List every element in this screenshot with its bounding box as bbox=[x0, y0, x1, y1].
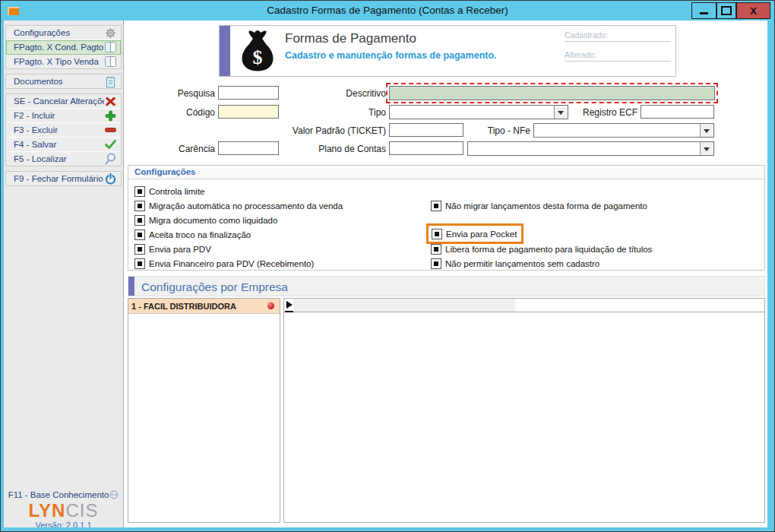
grid-header-row bbox=[284, 299, 764, 312]
company-settings-grid bbox=[283, 298, 765, 523]
document-icon bbox=[104, 76, 117, 87]
codigo-label: Código bbox=[147, 106, 215, 119]
sidebar-item-localizar[interactable]: F5 - Localizar bbox=[6, 152, 121, 166]
valor-padrao-input[interactable] bbox=[389, 123, 463, 137]
codigo-input[interactable] bbox=[218, 105, 279, 119]
checkbox-icon[interactable] bbox=[432, 229, 442, 239]
checkbox-icon[interactable] bbox=[134, 201, 145, 211]
minimize-icon bbox=[700, 12, 708, 14]
gear-icon bbox=[104, 27, 117, 39]
company-name: 1 - FACIL DISTRIBUIDORA bbox=[128, 302, 267, 311]
section-accent-bar bbox=[128, 277, 134, 296]
pesquisa-input[interactable] bbox=[218, 86, 279, 100]
settings-groupbox: Configurações Controla limite Migração a… bbox=[128, 165, 765, 271]
sidebar-group-fechar: F9 - Fechar Formulário bbox=[5, 171, 122, 186]
title-bar: Cadastro Formas de Pagamento (Contas a R… bbox=[1, 1, 774, 21]
chevron-down-icon[interactable] bbox=[700, 124, 713, 137]
page-title: Formas de Pagamento bbox=[285, 31, 416, 46]
plano-contas-label: Plano de Contas bbox=[306, 142, 386, 156]
checkbox-icon[interactable] bbox=[134, 186, 145, 197]
company-row[interactable]: 1 - FACIL DISTRIBUIDORA bbox=[128, 299, 280, 314]
sidebar-item-excluir[interactable]: F3 - Excluir bbox=[6, 123, 121, 138]
minimize-button[interactable] bbox=[691, 2, 716, 19]
valor-padrao-label: Valor Padrão (TICKET) bbox=[276, 124, 386, 138]
check-icon bbox=[104, 140, 117, 149]
plus-icon bbox=[104, 110, 117, 122]
registro-ecf-label: Registro ECF bbox=[571, 106, 637, 119]
grid-header-cell[interactable] bbox=[295, 299, 515, 312]
maximize-icon bbox=[721, 6, 732, 15]
sidebar-group-actions: SE - Cancelar Alterações F2 - Incluir F3… bbox=[5, 93, 122, 166]
plano-contas-input[interactable] bbox=[389, 141, 463, 155]
app-window: Cadastro Formas de Pagamento (Contas a R… bbox=[0, 0, 775, 532]
tipo-select[interactable] bbox=[389, 105, 568, 119]
carencia-label: Carência bbox=[147, 142, 215, 156]
sidebar-item-incluir[interactable]: F2 - Incluir bbox=[6, 109, 121, 123]
registered-label: Cadastrado: bbox=[565, 30, 671, 42]
knowledge-base-link[interactable]: F11 - Base Conhecimento bbox=[4, 490, 123, 499]
pesquisa-label: Pesquisa bbox=[147, 87, 215, 100]
tipo-label: Tipo bbox=[314, 106, 386, 119]
tipo-nfe-label: Tipo - NFe bbox=[470, 124, 530, 138]
company-section-header: Configurações por Empresa bbox=[128, 276, 765, 296]
checkbox-envia-financeiro-pdv[interactable]: Envia Financeiro para PDV (Recebimento) bbox=[134, 256, 314, 271]
checkbox-migra-documento-liquidado[interactable]: Migra documento como liquidado bbox=[134, 213, 277, 227]
checkbox-icon[interactable] bbox=[431, 244, 441, 255]
checkbox-nao-migrar-lancamentos[interactable]: Não migrar lançamentos desta forma de pa… bbox=[431, 198, 647, 213]
company-list: 1 - FACIL DISTRIBUIDORA bbox=[128, 298, 280, 523]
sidebar-item-fpagto-cond-pagto[interactable]: FPagto. X Cond. Pagto. bbox=[6, 40, 121, 55]
checkbox-libera-liquidacao-titulos[interactable]: Libera forma de pagamento para liquidaçã… bbox=[431, 242, 652, 256]
checkbox-icon[interactable] bbox=[134, 230, 145, 240]
window-controls: X bbox=[691, 2, 770, 19]
highlight-box-envia-pocket[interactable]: Envia para Pocket bbox=[426, 223, 524, 244]
header-accent-bar bbox=[220, 26, 230, 76]
chevron-down-icon[interactable] bbox=[554, 106, 568, 119]
plano-contas-select[interactable] bbox=[467, 141, 714, 156]
descritivo-input[interactable] bbox=[389, 86, 715, 100]
checkbox-aceita-troco[interactable]: Aceita troco na finalização bbox=[134, 227, 251, 242]
registro-ecf-input[interactable] bbox=[641, 105, 714, 119]
sidebar-item-salvar[interactable]: F4 - Salvar bbox=[6, 138, 121, 152]
sidebar-item-configuracoes[interactable]: Configurações bbox=[6, 26, 121, 40]
checkbox-migracao-automatica[interactable]: Migração automática no processamento da … bbox=[134, 198, 343, 213]
tipo-nfe-select[interactable] bbox=[533, 123, 714, 138]
status-dot-icon bbox=[267, 302, 274, 309]
checkbox-controla-limite[interactable]: Controla limite bbox=[134, 184, 205, 198]
sidebar-group-documentos: Documentos bbox=[5, 74, 122, 89]
sidebar: Configurações FPagto. X Cond. Pagto. FPa… bbox=[4, 21, 124, 527]
checkbox-icon[interactable] bbox=[431, 201, 441, 211]
sidebar-group-config: Configurações FPagto. X Cond. Pagto. FPa… bbox=[5, 25, 122, 69]
power-icon bbox=[104, 173, 117, 185]
altered-label: Alterado: bbox=[565, 50, 671, 62]
columns-icon bbox=[104, 56, 117, 67]
sidebar-item-fechar-formulario[interactable]: F9 - Fechar Formulário bbox=[6, 172, 121, 185]
version-link[interactable]: Versão: 2.0.1.1 bbox=[4, 521, 123, 527]
sidebar-item-cancelar-alteracoes[interactable]: SE - Cancelar Alterações bbox=[6, 94, 121, 109]
minus-icon bbox=[104, 128, 117, 132]
carencia-input[interactable] bbox=[218, 141, 279, 155]
descritivo-label: Descritivo bbox=[314, 87, 386, 100]
checkbox-icon[interactable] bbox=[134, 215, 145, 226]
window-body: Configurações FPagto. X Cond. Pagto. FPa… bbox=[4, 21, 767, 527]
maximize-button[interactable] bbox=[716, 2, 736, 19]
close-button[interactable]: X bbox=[736, 2, 770, 19]
sidebar-item-fpagto-tipo-venda[interactable]: FPagto. X Tipo Venda bbox=[6, 55, 121, 68]
checkbox-icon[interactable] bbox=[134, 258, 145, 269]
settings-title: Configurações bbox=[128, 166, 764, 179]
row-indicator-icon bbox=[284, 299, 295, 312]
checkbox-envia-pdv[interactable]: Envia para PDV bbox=[134, 242, 211, 256]
lyncis-logo: LYNCIS bbox=[4, 502, 123, 520]
globe-icon bbox=[109, 490, 119, 499]
chevron-down-icon[interactable] bbox=[700, 142, 713, 155]
audit-info: Cadastrado: Alterado: bbox=[565, 30, 671, 70]
cancel-x-icon bbox=[104, 97, 117, 106]
columns-icon bbox=[104, 42, 117, 52]
page-subtitle: Cadastro e manutenção formas de pagament… bbox=[285, 50, 497, 61]
money-bag-icon: $ bbox=[238, 29, 277, 76]
checkbox-icon[interactable] bbox=[431, 258, 441, 269]
window-title: Cadastro Formas de Pagamento (Contas a R… bbox=[1, 1, 774, 21]
checkbox-icon[interactable] bbox=[134, 244, 145, 255]
checkbox-nao-permitir-sem-cadastro[interactable]: Não permitir lançamentos sem cadastro bbox=[431, 256, 599, 271]
sidebar-item-documentos[interactable]: Documentos bbox=[6, 74, 121, 88]
svg-text:$: $ bbox=[253, 46, 263, 68]
